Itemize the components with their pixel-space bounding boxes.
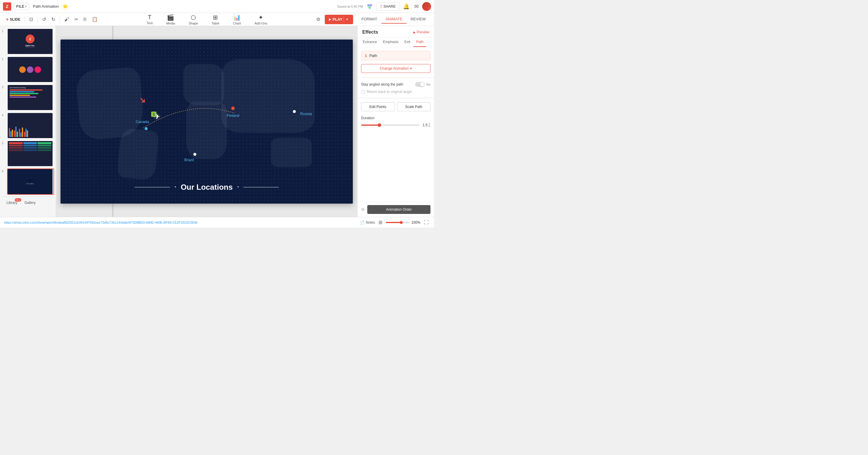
effects-title: Effects: [362, 30, 378, 35]
zoom-slider[interactable]: [386, 222, 409, 223]
text-tool[interactable]: T Text: [144, 13, 155, 26]
slide-canvas-4: [8, 113, 53, 138]
duration-slider[interactable]: [361, 125, 420, 126]
tab-animate[interactable]: ANIMATE: [381, 15, 407, 24]
location-canada: Canada: [135, 116, 149, 124]
slide-canvas-2: [8, 57, 53, 82]
slide-img-5[interactable]: [7, 140, 54, 167]
share-label: SHARE: [383, 4, 396, 8]
slide-num-4: 4: [2, 113, 6, 117]
stay-angled-toggle[interactable]: No: [415, 82, 430, 87]
slide-num-6: 6: [2, 170, 6, 173]
title-line-right: [243, 187, 279, 187]
slide-img-6[interactable]: ✈ Our Locations: [7, 168, 54, 195]
effects-header: Effects ▶ Preview: [358, 26, 434, 37]
media-label: Media: [166, 22, 175, 25]
return-angle-checkbox[interactable]: [361, 90, 365, 94]
slide-img-1[interactable]: Z Zyker Inc. ——————: [7, 28, 54, 55]
title-star-icon[interactable]: ⭐: [62, 4, 68, 9]
file-button[interactable]: FILE ▾: [13, 3, 29, 10]
stay-angled-row: Stay angled along the path No: [361, 82, 430, 87]
slide-thumbnail-2[interactable]: 2: [2, 56, 54, 83]
top-bar: Z FILE ▾ Path Animation ⭐ Saved at 5:45 …: [0, 0, 434, 13]
panel-bottom: Library New Gallery: [2, 197, 54, 207]
slide-img-3[interactable]: Zyker Marketing Strategy: [7, 85, 54, 111]
slide-thumbnail-4[interactable]: 4: [2, 112, 54, 139]
undo-button[interactable]: ↺: [40, 15, 48, 24]
effect-num-1: 1: [365, 54, 367, 58]
new-badge: New: [15, 198, 21, 201]
duration-spinner[interactable]: ▲ ▼: [428, 123, 430, 127]
duration-thumb[interactable]: [378, 123, 381, 127]
gallery-tab[interactable]: Gallery: [22, 199, 39, 206]
layout-button[interactable]: ⊡: [27, 15, 35, 24]
stay-angled-label: Stay angled along the path: [361, 82, 403, 87]
duration-down-icon[interactable]: ▼: [428, 125, 430, 127]
canada-label: Canada: [135, 119, 149, 124]
tab-emphasis[interactable]: Emphasis: [380, 37, 402, 47]
toggle-thumb: [420, 82, 424, 87]
slide-thumbnail-1[interactable]: 1 Z Zyker Inc. ——————: [2, 28, 54, 55]
play-divider: [344, 17, 344, 23]
change-animation-button[interactable]: Change Animation ▾: [361, 64, 430, 73]
collab-icon[interactable]: [366, 2, 374, 11]
library-tab[interactable]: Library New: [4, 199, 20, 206]
effects-body: 1 Path Change Animation ▾ Stay angled al…: [358, 47, 434, 202]
slide-num-1: 1: [2, 30, 6, 33]
notifications-icon[interactable]: 🔔: [402, 3, 411, 10]
slide-frame[interactable]: ✈ 1 ➜ Canada Finland Russia Brazil: [61, 39, 353, 204]
table-tool[interactable]: ⊞ Table: [209, 13, 222, 26]
fullscreen-button[interactable]: ⛶: [423, 220, 430, 225]
edit-points-button[interactable]: Edit Points: [361, 102, 395, 111]
add-slide-button[interactable]: + SLIDE: [4, 15, 22, 23]
duration-up-icon[interactable]: ▲: [428, 123, 430, 125]
duration-label: Duration: [361, 116, 430, 120]
toolbar-divider-3: [60, 16, 60, 23]
scale-path-button[interactable]: Scale Path: [397, 102, 431, 111]
tab-entrance[interactable]: Entrance: [360, 37, 380, 47]
share-icon: ⤴: [380, 4, 382, 9]
zoom-thumb[interactable]: [400, 221, 403, 224]
return-angle-row: Return back to original angle: [361, 90, 430, 94]
slide-img-2[interactable]: [7, 56, 54, 83]
play-button[interactable]: ▶ PLAY ▾: [325, 15, 353, 24]
right-panel: Effects ▶ Preview Entrance Emphasis Exit…: [357, 26, 434, 217]
effect-item-1[interactable]: 1 Path: [361, 51, 430, 61]
format-painter-button[interactable]: 🖌: [62, 15, 71, 24]
toggle-no-label: No: [426, 83, 430, 86]
tab-exit[interactable]: Exit: [402, 37, 413, 47]
notes-label: Notes: [366, 220, 375, 225]
copy-button[interactable]: ⎘: [82, 15, 89, 24]
tab-format[interactable]: FORMAT: [357, 15, 381, 24]
addons-tool[interactable]: ✦ Add-Ons: [252, 13, 270, 26]
preview-link[interactable]: ▶ Preview: [413, 30, 429, 34]
tab-review[interactable]: REVIEW: [407, 15, 430, 24]
slide-img-4[interactable]: [7, 112, 54, 139]
animation-order-button[interactable]: Animation Order: [367, 205, 430, 214]
paste-button[interactable]: 📋: [90, 15, 100, 24]
grid-view-button[interactable]: ⊞: [377, 220, 383, 225]
redo-button[interactable]: ↻: [49, 15, 57, 24]
app-icon: Z: [3, 2, 11, 11]
cut-button[interactable]: ✂: [72, 15, 80, 24]
mail-icon[interactable]: ✉: [413, 3, 420, 10]
slide-num-5: 5: [2, 142, 6, 145]
effect-name-1: Path: [369, 54, 377, 58]
slide-thumbnail-6[interactable]: 6 ✈ Our Locations: [2, 168, 54, 195]
slide-thumbnail-3[interactable]: 3 Zyker Marketing Strategy: [2, 85, 54, 111]
toolbar-divider-2: [37, 16, 38, 23]
share-button[interactable]: ⤴ SHARE: [376, 2, 399, 11]
slide-thumbnail-5[interactable]: 5: [2, 140, 54, 167]
shape-tool[interactable]: ⬡ Shape: [186, 13, 200, 26]
avatar[interactable]: [422, 2, 431, 11]
play-chevron-icon[interactable]: ▾: [345, 18, 349, 21]
notes-button[interactable]: 📄 Notes: [360, 220, 375, 225]
chart-tool[interactable]: 📊 Chart: [230, 13, 243, 26]
media-tool[interactable]: 🎬 Media: [164, 13, 178, 26]
toggle-track[interactable]: [415, 82, 425, 87]
settings-button[interactable]: ⚙: [314, 15, 322, 24]
tab-path[interactable]: Path: [413, 37, 427, 47]
toolbar-divider-1: [25, 16, 25, 23]
text-icon: T: [148, 14, 151, 21]
file-chevron-icon: ▾: [25, 5, 27, 8]
